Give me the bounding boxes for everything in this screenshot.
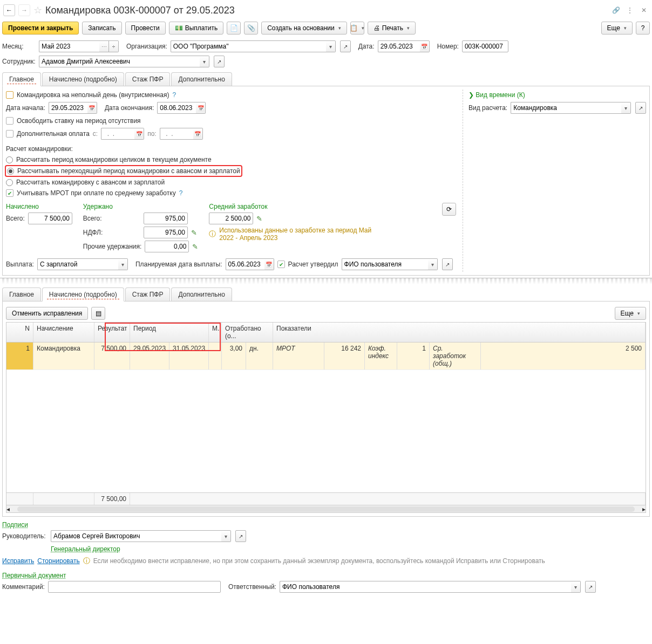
col-accrual: Начисление xyxy=(33,323,94,342)
start-date-label: Дата начала: xyxy=(6,104,45,112)
calc-type-open-button[interactable]: ↗ xyxy=(635,102,646,114)
accrued-total-field[interactable] xyxy=(28,213,72,224)
avg-earn-field[interactable] xyxy=(209,213,253,224)
approved-checkbox[interactable]: ✔ xyxy=(277,261,285,268)
edit-avg-icon[interactable]: ✎ xyxy=(256,215,262,223)
mrot-label: Учитывать МРОТ при оплате по среднему за… xyxy=(17,189,176,197)
time-kind-link[interactable]: ❯ Вид времени (К) xyxy=(468,91,525,99)
tab2-main[interactable]: Главное xyxy=(2,287,41,301)
save-button[interactable]: Записать xyxy=(82,22,121,35)
footer-sum: 7 500,00 xyxy=(94,493,130,505)
ndfl-field[interactable] xyxy=(144,227,188,238)
info-icon-2: ⓘ xyxy=(83,556,90,566)
favorite-icon[interactable]: ☆ xyxy=(33,4,42,16)
signatures-link[interactable]: Подписи xyxy=(2,521,28,529)
responsible-open-button[interactable]: ↗ xyxy=(585,581,596,593)
payment-field[interactable]: ▾ xyxy=(37,258,128,270)
date-field[interactable]: 📅 xyxy=(378,40,430,52)
cancel-fixes-button[interactable]: Отменить исправления xyxy=(6,307,88,320)
tab-main[interactable]: Главное xyxy=(2,72,41,86)
post-close-button[interactable]: Провести и закрыть xyxy=(2,22,79,35)
free-rate-label: Освободить ставку на период отсутствия xyxy=(17,117,141,125)
nav-forward-button[interactable]: → xyxy=(18,4,30,16)
copy-button[interactable]: 📋 xyxy=(350,22,364,35)
plan-date-field[interactable]: 📅 xyxy=(226,258,274,270)
manager-field[interactable]: ▾ xyxy=(51,530,231,542)
refresh-button[interactable]: ⟳ xyxy=(442,203,456,216)
start-date-field[interactable]: 📅 xyxy=(49,102,97,114)
info-icon: ⓘ xyxy=(209,229,216,239)
end-date-field[interactable]: 📅 xyxy=(157,102,206,114)
employee-label: Сотрудник: xyxy=(2,58,36,65)
accrual-grid[interactable]: N Начисление Результат Период М. Отработ… xyxy=(6,322,646,513)
calc-radio-1[interactable] xyxy=(6,156,13,163)
help-button[interactable]: ? xyxy=(636,22,650,35)
create-based-button[interactable]: Создать на основании xyxy=(261,22,347,35)
tab2-accrued-detail[interactable]: Начислено (подробно) xyxy=(42,287,124,302)
calc-radio-3[interactable] xyxy=(6,179,13,186)
grid-more-button[interactable]: Еще xyxy=(615,307,646,320)
calc-type-field[interactable]: ▾ xyxy=(511,102,631,114)
fix-link[interactable]: Исправить xyxy=(2,557,34,565)
withheld-total-field[interactable] xyxy=(144,213,188,224)
help-icon[interactable]: ? xyxy=(172,91,176,99)
grid-settings-button[interactable]: ▤ xyxy=(91,307,105,320)
comment-label: Комментарий: xyxy=(2,583,45,591)
menu-icon[interactable]: ⋮ xyxy=(625,5,635,15)
plan-date-label: Планируемая дата выплаты: xyxy=(135,261,222,268)
approver-open-button[interactable]: ↗ xyxy=(442,258,453,270)
col-period: Период xyxy=(130,323,209,342)
print-button[interactable]: 🖨Печать xyxy=(368,22,416,35)
tab-accrued-detail[interactable]: Начислено (подробно) xyxy=(42,72,124,86)
col-n: N xyxy=(6,323,33,342)
close-icon[interactable]: ✕ xyxy=(639,5,649,15)
comment-field[interactable] xyxy=(48,581,221,593)
position-link[interactable]: Генеральный директор xyxy=(51,545,120,553)
extra-from-field[interactable]: 📅 xyxy=(101,128,144,140)
col-worked: Отработано (о... xyxy=(222,323,273,342)
org-field[interactable]: ▾ xyxy=(171,40,336,52)
table-row[interactable]: 1 Командировка 7 500,00 29.05.2023 31.05… xyxy=(6,342,646,370)
responsible-field[interactable]: ▾ xyxy=(280,581,581,593)
storno-link[interactable]: Сторнировать xyxy=(37,557,79,565)
attach-button[interactable]: 📎 xyxy=(244,22,258,35)
col-result: Результат xyxy=(94,323,130,342)
avg-note: Использованы данные о заработке за перио… xyxy=(219,227,381,242)
link-icon[interactable]: 🔗 xyxy=(611,5,621,15)
calc-type-label: Вид расчета: xyxy=(468,104,507,112)
responsible-label: Ответственный: xyxy=(228,583,276,591)
free-rate-checkbox[interactable] xyxy=(6,117,13,125)
tab2-pfr[interactable]: Стаж ПФР xyxy=(125,287,171,301)
h-scrollbar[interactable]: ◂▸ xyxy=(6,505,646,512)
primary-doc-link[interactable]: Первичный документ xyxy=(2,572,66,579)
help-icon-2[interactable]: ? xyxy=(179,189,183,197)
post-button[interactable]: Провести xyxy=(125,22,166,35)
approver-field[interactable]: ▾ xyxy=(342,258,438,270)
employee-open-button[interactable]: ↗ xyxy=(214,56,225,67)
col-indicators: Показатели xyxy=(273,323,646,342)
more-button[interactable]: Еще xyxy=(601,22,633,35)
edit-other-icon[interactable]: ✎ xyxy=(192,243,198,251)
pay-button[interactable]: 💵Выплатить xyxy=(169,22,224,35)
number-field[interactable] xyxy=(462,40,508,52)
tab-extra[interactable]: Дополнительно xyxy=(171,72,232,86)
tab-pfr[interactable]: Стаж ПФР xyxy=(125,72,171,86)
month-field[interactable]: ⋯÷ xyxy=(39,40,119,52)
withheld-header: Удержано xyxy=(83,203,199,210)
col-m: М. xyxy=(209,323,222,342)
extra-pay-checkbox[interactable] xyxy=(6,130,13,138)
edit-ndfl-icon[interactable]: ✎ xyxy=(191,229,197,237)
partial-day-label: Командировка на неполный день (внутрисме… xyxy=(17,91,169,99)
partial-day-checkbox[interactable] xyxy=(6,91,13,99)
mrot-checkbox[interactable]: ✔ xyxy=(6,189,13,197)
extra-to-field[interactable]: 📅 xyxy=(160,128,203,140)
calc-radio-2[interactable] xyxy=(7,168,14,175)
nav-back-button[interactable]: ← xyxy=(3,4,15,16)
tab2-extra[interactable]: Дополнительно xyxy=(171,287,232,301)
manager-open-button[interactable]: ↗ xyxy=(235,530,246,542)
org-open-button[interactable]: ↗ xyxy=(340,40,351,52)
employee-field[interactable]: ▾ xyxy=(39,56,209,67)
doc-icon-button[interactable]: 📄 xyxy=(227,22,241,35)
torn-separator xyxy=(0,278,652,284)
other-withheld-field[interactable] xyxy=(145,241,189,252)
